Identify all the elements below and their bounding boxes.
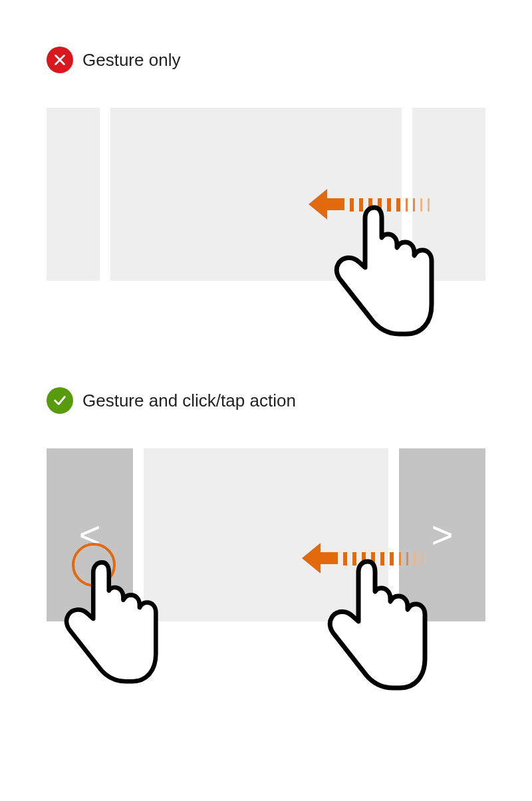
label-row: Gesture and click/tap action — [47, 387, 485, 414]
label-row: Gesture only — [47, 47, 485, 73]
pointer-hand-icon — [316, 555, 429, 695]
pointer-hand-icon — [323, 201, 436, 347]
pointer-hand-icon — [53, 556, 160, 694]
carousel-with-nav: < > — [47, 448, 485, 621]
example-do: Gesture and click/tap action < > — [47, 387, 485, 621]
example-dont: Gesture only — [47, 47, 485, 281]
example-label: Gesture and click/tap action — [82, 391, 296, 411]
cross-icon — [47, 47, 73, 73]
check-icon — [47, 387, 73, 414]
chevron-right-icon: > — [432, 516, 454, 554]
carousel-slide — [47, 108, 100, 281]
carousel-gesture-only — [47, 108, 485, 281]
example-label: Gesture only — [82, 50, 180, 71]
